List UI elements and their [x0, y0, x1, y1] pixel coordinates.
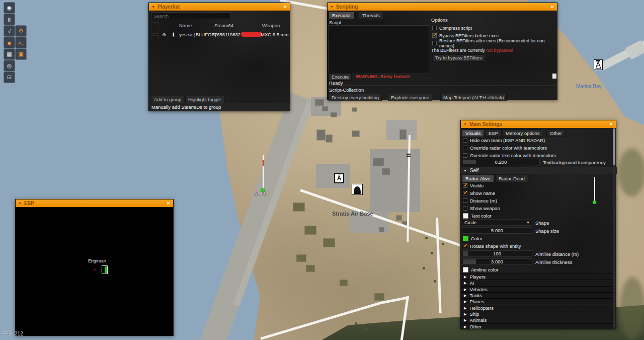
esp-titlebar[interactable]: ▼ ESP ✕	[16, 199, 173, 207]
aimline-distance-slider[interactable]: 100	[462, 250, 532, 257]
distance-checkbox[interactable]: Distance (m)	[463, 197, 497, 204]
search-input[interactable]	[151, 12, 230, 19]
expand-icon[interactable]: ▶	[464, 294, 466, 298]
text-color-swatch[interactable]	[463, 213, 468, 219]
map-icon[interactable]: ▦	[4, 49, 15, 59]
target-icon[interactable]: ◎	[4, 60, 15, 71]
checkbox-box[interactable]	[463, 146, 467, 150]
save-icon[interactable]: ⊡	[4, 72, 15, 83]
scripting-titlebar[interactable]: ▼ Scripting ✕	[328, 3, 557, 11]
checkbox-box[interactable]	[463, 138, 467, 143]
map-teleport-button[interactable]: Map Teleport (ALT+Leftclick)	[440, 94, 507, 101]
scroll-handle[interactable]	[552, 74, 556, 79]
footer-bar[interactable]: Manually add SteamIDs to group	[149, 103, 290, 111]
manually-add-steamids-label[interactable]: Manually add SteamIDs to group	[151, 104, 221, 110]
item-box-icon[interactable]: ▣	[16, 49, 26, 59]
category-helicopters[interactable]: ▶Helicopters	[461, 305, 614, 311]
checkbox-box[interactable]	[432, 41, 437, 45]
tab-radar-alive[interactable]: Radar-Alive	[462, 175, 494, 182]
script-textarea[interactable]	[329, 25, 429, 74]
category-vehicles[interactable]: ▶Vehicles	[461, 286, 614, 292]
rotate-shape-checkbox[interactable]: ✓ Rotate shape with entity	[463, 243, 521, 249]
player-icon[interactable]: ☻	[4, 37, 15, 48]
spectate-icon[interactable]: ⊕	[162, 32, 166, 37]
shape-size-input[interactable]: 5.000	[462, 227, 532, 234]
checkbox-box[interactable]	[463, 206, 467, 211]
tab-threads[interactable]: Threads	[359, 12, 383, 19]
tab-other[interactable]: Other	[546, 129, 566, 137]
text-color-picker[interactable]: Text color	[463, 213, 492, 219]
shape-color-picker[interactable]: Color	[463, 235, 482, 242]
checkbox-box[interactable]: ✓	[432, 33, 437, 38]
info-icon[interactable]: ℹ	[173, 32, 175, 37]
shape-dropdown[interactable]: Circle ▼	[462, 219, 532, 226]
tab-radar-dead[interactable]: Radar-Dead	[495, 175, 528, 182]
scrollbar-track[interactable]	[613, 128, 615, 329]
collapse-icon[interactable]: ▼	[18, 201, 22, 205]
explode-everyone-button[interactable]: Explode everyone	[388, 94, 432, 101]
checkbox-box[interactable]	[463, 198, 467, 203]
category-other[interactable]: ▶Other	[461, 323, 614, 329]
execute-button[interactable]: Execute	[329, 73, 352, 81]
compress-script-checkbox[interactable]: Compress script	[432, 25, 472, 31]
expand-icon[interactable]: ▶	[464, 325, 466, 329]
category-animals[interactable]: ▶Animals	[461, 317, 614, 323]
category-ai[interactable]: ▶AI	[461, 280, 614, 286]
highlight-toggle-button[interactable]: Highlight toggle	[185, 96, 224, 103]
category-players[interactable]: ▶Players	[461, 274, 614, 280]
expand-icon[interactable]: ▶	[464, 275, 466, 279]
player-row[interactable]: ⊕ ℹ yes sir [BLUFOR] 7656119832 MXC 6.5 …	[149, 31, 291, 39]
expand-icon[interactable]: ▶	[464, 281, 466, 285]
terminal-icon[interactable]: >_	[16, 37, 26, 48]
override-radar-color-checkbox[interactable]: Override radar color with teamcolors	[463, 145, 547, 151]
collapse-icon[interactable]: ▼	[463, 169, 467, 172]
textbackground-transparency-slider[interactable]: 0.200	[462, 159, 540, 165]
playerlist-titlebar[interactable]: ▼ Playerlist ✕	[149, 3, 290, 11]
expand-icon[interactable]: ▶	[464, 312, 466, 316]
close-icon[interactable]: ✕	[283, 4, 287, 10]
collapse-icon[interactable]: ▼	[151, 5, 155, 9]
add-to-group-button[interactable]: Add to group	[151, 96, 184, 103]
script-exec-icon[interactable]: √	[4, 26, 15, 36]
try-bypass-button[interactable]: Try to bypass BEFilters	[432, 54, 485, 61]
checkbox-box[interactable]: ✓	[463, 191, 467, 195]
restore-befilters-checkbox[interactable]: Restore BEFilters after exec (Recommende…	[432, 40, 557, 46]
visible-checkbox[interactable]: ✓ Visible	[463, 182, 484, 189]
expand-icon[interactable]: ▶	[464, 288, 466, 292]
esp-viewport[interactable]: Engineer	[16, 207, 173, 335]
category-tanks[interactable]: ▶Tanks	[461, 292, 614, 298]
aimline-color-swatch[interactable]	[463, 267, 468, 273]
column-header-weapon[interactable]: Weapon	[262, 23, 280, 28]
tab-executor[interactable]: Executor	[329, 12, 355, 19]
pause-icon[interactable]: ‖	[4, 14, 15, 25]
category-planes[interactable]: ▶Planes	[461, 298, 614, 304]
checkbox-box[interactable]	[463, 153, 467, 158]
collapse-icon[interactable]: ▼	[463, 122, 467, 126]
override-radar-text-color-checkbox[interactable]: Override radar text color with teamcolor…	[463, 152, 556, 159]
expand-icon[interactable]: ▶	[464, 306, 466, 310]
close-icon[interactable]: ✕	[550, 4, 554, 10]
checkbox-box[interactable]: ✓	[463, 183, 467, 188]
tab-visuals[interactable]: Visuals	[462, 129, 484, 137]
hide-own-team-checkbox[interactable]: Hide own team (ESP AND RADAR)	[463, 137, 545, 144]
checkbox-box[interactable]	[432, 26, 437, 30]
collapse-icon[interactable]: ▼	[330, 5, 334, 9]
column-header-steam64[interactable]: Steam64	[214, 23, 233, 28]
eye-icon[interactable]: ◉	[4, 3, 15, 13]
shape-color-swatch[interactable]	[463, 236, 468, 241]
aimline-color-picker[interactable]: Aimline color	[463, 266, 498, 273]
checkbox-box[interactable]: ✓	[463, 244, 467, 248]
expand-icon[interactable]: ▶	[464, 300, 466, 304]
self-section-header[interactable]: ▼ Self	[461, 167, 617, 174]
main-settings-titlebar[interactable]: ▼ Main Settings ✕	[461, 120, 616, 128]
tab-esp[interactable]: ESP	[485, 129, 502, 137]
column-header-name[interactable]: Name	[179, 23, 192, 28]
category-ship[interactable]: ▶Ship	[461, 311, 614, 317]
show-name-checkbox[interactable]: ✓ Show name	[463, 190, 495, 196]
show-weapon-checkbox[interactable]: Show weapon	[463, 205, 500, 212]
scrollbar-thumb[interactable]	[613, 128, 615, 165]
destroy-buildings-button[interactable]: Destroy every building	[329, 94, 382, 101]
aimline-thickness-slider[interactable]: 3.000	[462, 258, 532, 265]
close-icon[interactable]: ✕	[167, 200, 171, 206]
expand-icon[interactable]: ▶	[464, 318, 466, 322]
